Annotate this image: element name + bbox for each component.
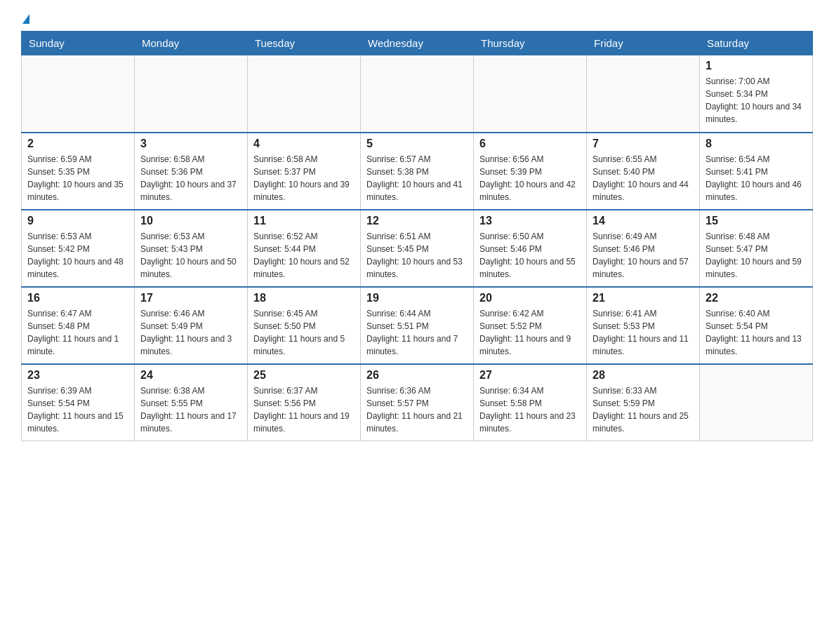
header-tuesday: Tuesday <box>248 32 361 55</box>
logo <box>21 14 29 24</box>
calendar-cell <box>587 55 700 133</box>
day-info: Sunrise: 6:55 AMSunset: 5:40 PMDaylight:… <box>593 153 694 203</box>
calendar-table: SundayMondayTuesdayWednesdayThursdayFrid… <box>21 31 813 441</box>
day-number: 9 <box>27 215 128 227</box>
day-info: Sunrise: 6:40 AMSunset: 5:54 PMDaylight:… <box>706 307 807 358</box>
calendar-cell <box>474 55 587 133</box>
calendar-cell: 25Sunrise: 6:37 AMSunset: 5:56 PMDayligh… <box>248 364 361 441</box>
calendar-cell: 9Sunrise: 6:53 AMSunset: 5:42 PMDaylight… <box>22 210 135 287</box>
day-info: Sunrise: 6:45 AMSunset: 5:50 PMDaylight:… <box>253 307 355 358</box>
day-number: 21 <box>593 292 694 304</box>
header-thursday: Thursday <box>474 32 587 55</box>
day-info: Sunrise: 6:57 AMSunset: 5:38 PMDaylight:… <box>366 153 468 203</box>
calendar-cell: 5Sunrise: 6:57 AMSunset: 5:38 PMDaylight… <box>361 133 474 210</box>
calendar-cell: 11Sunrise: 6:52 AMSunset: 5:44 PMDayligh… <box>248 210 361 287</box>
day-info: Sunrise: 6:39 AMSunset: 5:54 PMDaylight:… <box>27 384 128 435</box>
calendar-cell: 13Sunrise: 6:50 AMSunset: 5:46 PMDayligh… <box>474 210 587 287</box>
calendar-cell: 26Sunrise: 6:36 AMSunset: 5:57 PMDayligh… <box>361 364 474 441</box>
header-saturday: Saturday <box>700 32 813 55</box>
day-info: Sunrise: 6:52 AMSunset: 5:44 PMDaylight:… <box>253 230 355 281</box>
day-number: 3 <box>140 137 241 150</box>
day-number: 22 <box>706 292 807 304</box>
day-number: 14 <box>593 215 694 227</box>
day-number: 13 <box>479 215 581 227</box>
calendar-cell: 6Sunrise: 6:56 AMSunset: 5:39 PMDaylight… <box>474 133 587 210</box>
day-number: 17 <box>140 292 241 304</box>
day-number: 24 <box>140 369 241 382</box>
day-number: 12 <box>366 215 468 227</box>
day-number: 2 <box>27 137 128 150</box>
calendar-week-row: 16Sunrise: 6:47 AMSunset: 5:48 PMDayligh… <box>22 287 813 364</box>
calendar-cell: 28Sunrise: 6:33 AMSunset: 5:59 PMDayligh… <box>587 364 700 441</box>
calendar-week-row: 9Sunrise: 6:53 AMSunset: 5:42 PMDaylight… <box>22 210 813 287</box>
day-info: Sunrise: 6:41 AMSunset: 5:53 PMDaylight:… <box>593 307 694 358</box>
day-number: 27 <box>479 369 581 382</box>
day-info: Sunrise: 6:54 AMSunset: 5:41 PMDaylight:… <box>706 153 807 203</box>
day-info: Sunrise: 6:34 AMSunset: 5:58 PMDaylight:… <box>479 384 581 435</box>
calendar-cell: 27Sunrise: 6:34 AMSunset: 5:58 PMDayligh… <box>474 364 587 441</box>
day-info: Sunrise: 6:44 AMSunset: 5:51 PMDaylight:… <box>366 307 468 358</box>
day-info: Sunrise: 6:49 AMSunset: 5:46 PMDaylight:… <box>593 230 694 281</box>
day-info: Sunrise: 6:58 AMSunset: 5:37 PMDaylight:… <box>253 153 355 203</box>
day-info: Sunrise: 6:37 AMSunset: 5:56 PMDaylight:… <box>253 384 355 435</box>
calendar-cell <box>361 55 474 133</box>
calendar-cell: 22Sunrise: 6:40 AMSunset: 5:54 PMDayligh… <box>700 287 813 364</box>
day-number: 7 <box>593 137 694 150</box>
header-wednesday: Wednesday <box>361 32 474 55</box>
calendar-cell: 21Sunrise: 6:41 AMSunset: 5:53 PMDayligh… <box>587 287 700 364</box>
day-number: 20 <box>479 292 581 304</box>
day-number: 11 <box>253 215 355 227</box>
day-info: Sunrise: 6:53 AMSunset: 5:43 PMDaylight:… <box>140 230 241 281</box>
day-number: 26 <box>366 369 468 382</box>
calendar-cell: 20Sunrise: 6:42 AMSunset: 5:52 PMDayligh… <box>474 287 587 364</box>
day-info: Sunrise: 6:33 AMSunset: 5:59 PMDaylight:… <box>593 384 694 435</box>
calendar-cell: 23Sunrise: 6:39 AMSunset: 5:54 PMDayligh… <box>22 364 135 441</box>
day-info: Sunrise: 6:47 AMSunset: 5:48 PMDaylight:… <box>27 307 128 358</box>
calendar-week-row: 2Sunrise: 6:59 AMSunset: 5:35 PMDaylight… <box>22 133 813 210</box>
day-number: 8 <box>706 137 807 150</box>
calendar-week-row: 23Sunrise: 6:39 AMSunset: 5:54 PMDayligh… <box>22 364 813 441</box>
day-info: Sunrise: 6:46 AMSunset: 5:49 PMDaylight:… <box>140 307 241 358</box>
day-info: Sunrise: 6:50 AMSunset: 5:46 PMDaylight:… <box>479 230 581 281</box>
calendar-cell: 16Sunrise: 6:47 AMSunset: 5:48 PMDayligh… <box>22 287 135 364</box>
calendar-cell: 4Sunrise: 6:58 AMSunset: 5:37 PMDaylight… <box>248 133 361 210</box>
day-info: Sunrise: 6:53 AMSunset: 5:42 PMDaylight:… <box>27 230 128 281</box>
calendar-cell <box>248 55 361 133</box>
logo-triangle-icon <box>22 14 29 24</box>
day-info: Sunrise: 6:51 AMSunset: 5:45 PMDaylight:… <box>366 230 468 281</box>
day-number: 6 <box>479 137 581 150</box>
calendar-cell: 17Sunrise: 6:46 AMSunset: 5:49 PMDayligh… <box>135 287 248 364</box>
calendar-week-row: 1Sunrise: 7:00 AMSunset: 5:34 PMDaylight… <box>22 55 813 133</box>
calendar-cell <box>135 55 248 133</box>
day-info: Sunrise: 6:36 AMSunset: 5:57 PMDaylight:… <box>366 384 468 435</box>
day-number: 16 <box>27 292 128 304</box>
day-number: 18 <box>253 292 355 304</box>
day-number: 5 <box>366 137 468 150</box>
day-number: 4 <box>253 137 355 150</box>
page-header <box>21 14 813 24</box>
day-number: 28 <box>593 369 694 382</box>
calendar-cell: 15Sunrise: 6:48 AMSunset: 5:47 PMDayligh… <box>700 210 813 287</box>
calendar-cell: 12Sunrise: 6:51 AMSunset: 5:45 PMDayligh… <box>361 210 474 287</box>
calendar-cell <box>700 364 813 441</box>
calendar-cell: 8Sunrise: 6:54 AMSunset: 5:41 PMDaylight… <box>700 133 813 210</box>
day-info: Sunrise: 6:59 AMSunset: 5:35 PMDaylight:… <box>27 153 128 203</box>
day-number: 23 <box>27 369 128 382</box>
calendar-cell: 2Sunrise: 6:59 AMSunset: 5:35 PMDaylight… <box>22 133 135 210</box>
calendar-cell: 19Sunrise: 6:44 AMSunset: 5:51 PMDayligh… <box>361 287 474 364</box>
day-info: Sunrise: 7:00 AMSunset: 5:34 PMDaylight:… <box>706 75 807 126</box>
day-info: Sunrise: 6:38 AMSunset: 5:55 PMDaylight:… <box>140 384 241 435</box>
calendar-cell <box>22 55 135 133</box>
calendar-cell: 7Sunrise: 6:55 AMSunset: 5:40 PMDaylight… <box>587 133 700 210</box>
day-number: 1 <box>706 60 807 72</box>
calendar-cell: 18Sunrise: 6:45 AMSunset: 5:50 PMDayligh… <box>248 287 361 364</box>
day-info: Sunrise: 6:58 AMSunset: 5:36 PMDaylight:… <box>140 153 241 203</box>
day-number: 25 <box>253 369 355 382</box>
header-friday: Friday <box>587 32 700 55</box>
calendar-cell: 14Sunrise: 6:49 AMSunset: 5:46 PMDayligh… <box>587 210 700 287</box>
header-monday: Monday <box>135 32 248 55</box>
header-sunday: Sunday <box>22 32 135 55</box>
calendar-cell: 1Sunrise: 7:00 AMSunset: 5:34 PMDaylight… <box>700 55 813 133</box>
calendar-cell: 24Sunrise: 6:38 AMSunset: 5:55 PMDayligh… <box>135 364 248 441</box>
calendar-cell: 10Sunrise: 6:53 AMSunset: 5:43 PMDayligh… <box>135 210 248 287</box>
